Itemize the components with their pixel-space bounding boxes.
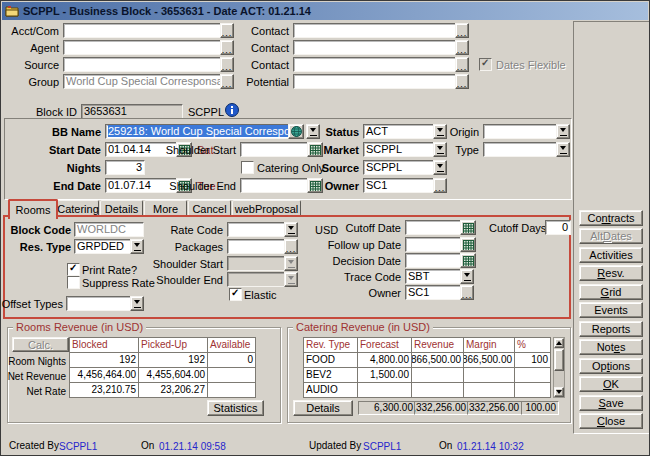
trace-code-field[interactable]: SBT: [405, 269, 463, 284]
agent-field[interactable]: [63, 40, 221, 55]
table-cell[interactable]: FOOD: [304, 353, 358, 368]
info-icon[interactable]: [225, 103, 239, 117]
origin-label: Origin: [431, 125, 479, 139]
table-cell[interactable]: 1,500.00: [358, 368, 412, 383]
source2-field[interactable]: SCPPL: [363, 160, 435, 175]
table-cell[interactable]: 9,866,500.00: [464, 353, 515, 368]
acct-com-field[interactable]: [63, 23, 221, 38]
catering-table-scrollbar[interactable]: [553, 337, 565, 398]
contracts-button[interactable]: Contracts: [579, 210, 643, 226]
reports-button[interactable]: Reports: [579, 321, 643, 337]
events-button[interactable]: Events: [579, 302, 643, 318]
bb-name-field[interactable]: 259218: World Cup Special Corresponsals: [105, 124, 291, 139]
table-cell[interactable]: AUDIO: [304, 383, 358, 398]
table-cell[interactable]: 9,866,500.00: [412, 353, 464, 368]
rt-owner-field[interactable]: SC1: [405, 285, 463, 300]
scroll-down-button[interactable]: [554, 387, 564, 397]
scroll-up-button[interactable]: [554, 338, 564, 348]
contact3-field[interactable]: [293, 57, 457, 72]
notes-button[interactable]: Notes: [579, 339, 643, 355]
table-cell[interactable]: 4,455,604.00: [139, 368, 208, 383]
activities-button[interactable]: Activities: [579, 247, 643, 263]
offset-types-field[interactable]: [66, 296, 133, 311]
table-cell[interactable]: [464, 368, 515, 383]
agent-label: Agent: [1, 41, 59, 55]
follow-up-date-field[interactable]: [405, 237, 463, 252]
contact1-lov-button[interactable]: [455, 23, 469, 38]
close-button[interactable]: Close: [579, 413, 643, 429]
packages-field[interactable]: [227, 239, 287, 254]
details-button[interactable]: Details: [293, 400, 353, 416]
table-cell[interactable]: [208, 383, 256, 398]
shoulder-end-field[interactable]: [240, 178, 310, 193]
window-folder-icon: [5, 5, 19, 17]
suppress-rate-checkbox[interactable]: [67, 276, 80, 289]
table-cell[interactable]: [412, 368, 464, 383]
source-field[interactable]: [63, 57, 221, 72]
print-rate-checkbox[interactable]: [67, 263, 80, 276]
table-cell[interactable]: [358, 383, 412, 398]
rate-code-dropdown-button[interactable]: [284, 222, 298, 237]
cutoff-days-field[interactable]: 0: [545, 220, 571, 235]
type-dropdown-button[interactable]: [556, 142, 570, 157]
options-button[interactable]: Options: [579, 358, 643, 374]
table-cell[interactable]: 100: [515, 353, 551, 368]
cutoff-date-calendar-button[interactable]: [460, 220, 476, 235]
table-cell[interactable]: 192: [139, 353, 208, 368]
decision-calendar-button[interactable]: [460, 253, 476, 268]
table-cell[interactable]: 192: [70, 353, 139, 368]
table-cell[interactable]: 23,210.75: [70, 383, 139, 398]
contact2-field[interactable]: [293, 40, 457, 55]
type-field[interactable]: [483, 142, 559, 157]
packages-lov-button[interactable]: [284, 239, 298, 254]
potential-lov-button[interactable]: [455, 74, 469, 89]
potential-field[interactable]: [293, 74, 457, 89]
rate-code-field[interactable]: [227, 222, 287, 237]
resv-button[interactable]: Resv.: [579, 265, 643, 281]
origin-field[interactable]: [483, 124, 559, 139]
table-cell[interactable]: [464, 383, 515, 398]
title-bar[interactable]: SCPPL - Business Block - 3653631 - Date …: [2, 2, 648, 20]
statistics-button[interactable]: Statistics: [207, 400, 264, 416]
scrollbar-thumb[interactable]: [554, 349, 564, 371]
dates-flexible-checkbox: [479, 58, 492, 71]
offset-types-dropdown-button[interactable]: [130, 296, 144, 311]
table-cell[interactable]: [515, 383, 551, 398]
tab-rooms[interactable]: Rooms: [8, 199, 58, 219]
decision-date-field[interactable]: [405, 253, 463, 268]
source-dropdown-button[interactable]: [433, 160, 447, 175]
market-field[interactable]: SCPPL: [363, 142, 435, 157]
rt-owner-lov-button[interactable]: [460, 285, 474, 300]
trace-code-dropdown-button[interactable]: [460, 269, 474, 284]
owner-lov-button[interactable]: [433, 178, 447, 193]
elastic-checkbox[interactable]: [229, 288, 242, 301]
owner-field[interactable]: SC1: [363, 178, 435, 193]
globe-icon-button[interactable]: [288, 124, 304, 139]
shoulder-start-field[interactable]: [240, 142, 310, 157]
table-cell[interactable]: [412, 383, 464, 398]
ok-button[interactable]: OK: [579, 376, 643, 392]
status-field[interactable]: ACT: [363, 124, 435, 139]
table-cell[interactable]: 4,800.00: [358, 353, 412, 368]
grid-button[interactable]: Grid: [579, 284, 643, 300]
trace-code-label: Trace Code: [319, 270, 401, 284]
table-cell[interactable]: [515, 368, 551, 383]
follow-up-calendar-button[interactable]: [460, 237, 476, 252]
rt-shoulder-end-label: Shoulder End: [141, 273, 223, 287]
contact3-lov-button[interactable]: [455, 57, 469, 72]
table-cell[interactable]: 4,456,464.00: [70, 368, 139, 383]
save-button[interactable]: Save: [579, 395, 643, 411]
cutoff-date-field[interactable]: [405, 220, 463, 235]
origin-dropdown-button[interactable]: [556, 124, 570, 139]
table-cell[interactable]: 0: [208, 353, 256, 368]
nights-field[interactable]: 3: [105, 160, 145, 175]
contact2-lov-button[interactable]: [455, 40, 469, 55]
owner-label: Owner: [311, 179, 359, 193]
start-date-label: Start Date: [21, 143, 101, 157]
catering-only-checkbox[interactable]: [241, 161, 254, 174]
table-cell[interactable]: BEV2: [304, 368, 358, 383]
table-cell[interactable]: [208, 368, 256, 383]
contact1-field[interactable]: [293, 23, 457, 38]
table-cell[interactable]: 23,206.27: [139, 383, 208, 398]
res-type-field[interactable]: GRPDED: [74, 239, 133, 254]
